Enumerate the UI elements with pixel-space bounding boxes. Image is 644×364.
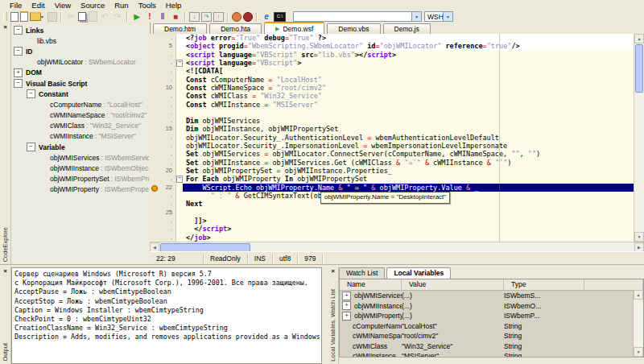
fold-margin[interactable] xyxy=(176,159,183,167)
fold-margin[interactable] xyxy=(176,42,183,50)
new-file-icon[interactable] xyxy=(10,12,19,22)
gutter-cell[interactable]: . xyxy=(150,67,176,75)
menu-edit[interactable]: Edit xyxy=(27,1,49,10)
vertical-splitter[interactable] xyxy=(322,267,328,364)
chevron-down-icon[interactable]: ▾ xyxy=(411,12,421,21)
gutter-cell[interactable]: . xyxy=(150,101,176,109)
tree-item-objwmiproperty[interactable]: objWMIProperty : ISWbemProperty xyxy=(11,184,149,195)
gutter-cell[interactable]: 25 xyxy=(150,209,176,217)
gutter-cell[interactable]: 5 xyxy=(150,42,176,50)
fold-margin[interactable] xyxy=(176,101,183,109)
engine-select[interactable]: WSH ▾ xyxy=(424,11,453,22)
scrollbar-thumb[interactable] xyxy=(635,44,643,93)
tree-item-cwmiclass[interactable]: cWMIClass : "Win32_Service" xyxy=(11,121,149,131)
fold-margin[interactable] xyxy=(176,134,183,142)
output-text[interactable]: Сервер сценариев Windows (Microsoft R) в… xyxy=(11,267,322,364)
fold-margin[interactable] xyxy=(176,125,183,133)
fold-margin[interactable] xyxy=(176,51,183,59)
browser-preview-icon[interactable]: e xyxy=(261,11,272,22)
copy-icon[interactable] xyxy=(78,12,86,21)
table-row[interactable]: cComputerName"LocalHost"String xyxy=(340,321,643,332)
tab-demo.hta[interactable]: Demo.hta xyxy=(209,23,262,34)
menu-source[interactable]: Source xyxy=(76,1,109,10)
new-from-template-icon[interactable] xyxy=(20,11,28,22)
column-header-value[interactable]: Value xyxy=(402,279,504,290)
code-editor[interactable]: .<?job error="True" debug="True" ?>5<obj… xyxy=(150,34,644,242)
open-file-icon[interactable] xyxy=(30,12,41,21)
gutter-cell[interactable]: 22 xyxy=(150,184,176,192)
expand-icon[interactable]: + xyxy=(342,292,351,300)
tree-item-variable[interactable]: −Variable xyxy=(11,142,149,152)
fold-margin[interactable] xyxy=(176,109,183,117)
fold-margin[interactable] xyxy=(176,225,183,233)
close-icon[interactable]: × xyxy=(1,267,10,276)
table-row[interactable]: cWMINameSpace"root/cimv2"String xyxy=(340,331,643,341)
tree-item-dom[interactable]: +DOM xyxy=(11,68,149,78)
fold-collapse-icon[interactable]: − xyxy=(176,176,183,183)
run-script-icon[interactable]: ▶ xyxy=(131,11,142,22)
tree-item-visual-basic-script[interactable]: −Visual Basic Script xyxy=(11,78,149,89)
fold-margin[interactable] xyxy=(176,167,183,175)
table-row[interactable]: cWMIClass"Win32_Service"String xyxy=(340,341,643,352)
fold-margin[interactable] xyxy=(176,200,183,208)
step-into-icon[interactable]: ↓ xyxy=(189,12,200,22)
tree-item-ccomputername[interactable]: cComputerName : "LocalHost" xyxy=(11,99,149,110)
step-over-icon[interactable]: ↷ xyxy=(201,12,212,22)
fold-margin[interactable] xyxy=(176,184,183,192)
tab-local-variables[interactable]: Local Variables xyxy=(386,267,451,279)
script-arguments-combo[interactable]: ▾ xyxy=(293,11,422,22)
console-window-icon[interactable]: C:\ xyxy=(274,12,286,22)
tree-item-links[interactable]: −Links xyxy=(11,25,149,35)
collapse-icon[interactable]: − xyxy=(14,47,23,56)
collapse-icon[interactable]: − xyxy=(14,26,23,35)
gutter-cell[interactable]: . xyxy=(150,76,176,84)
menu-help[interactable]: Help xyxy=(161,1,187,10)
fold-margin[interactable]: − xyxy=(176,175,183,183)
scroll-down-icon[interactable]: ▼ xyxy=(634,347,643,357)
gutter-cell[interactable]: . xyxy=(150,134,176,142)
fold-margin[interactable] xyxy=(176,76,183,84)
menu-run[interactable]: Run xyxy=(109,1,133,10)
menu-view[interactable]: View xyxy=(50,1,76,10)
fold-margin[interactable] xyxy=(176,217,183,225)
tree-item-lib.vbs[interactable]: lib.vbs xyxy=(11,35,149,46)
menu-file[interactable]: File xyxy=(5,1,27,10)
table-row[interactable]: +objWMIServices(...)ISWbemS... xyxy=(340,291,643,301)
tab-demo.vbs[interactable]: Demo.vbs xyxy=(327,23,380,34)
table-horizontal-scrollbar[interactable] xyxy=(339,357,644,364)
menu-tools[interactable]: Tools xyxy=(134,1,161,10)
gutter-cell[interactable]: . xyxy=(150,34,176,42)
breakpoint-hand-icon[interactable] xyxy=(232,12,242,22)
gutter-cell[interactable]: . xyxy=(150,92,176,100)
fold-margin[interactable] xyxy=(176,92,183,100)
scroll-up-icon[interactable]: ▲ xyxy=(634,34,644,43)
gutter-cell[interactable]: . xyxy=(150,51,176,59)
tree-item-cwmiinstance[interactable]: cWMIInstance : "MSIServer" xyxy=(11,131,149,142)
syntax-check-icon[interactable]: ! xyxy=(144,11,155,22)
tab-demo.js[interactable]: Demo.js xyxy=(383,23,431,34)
chevron-down-icon[interactable]: ▾ xyxy=(41,14,47,19)
editor-vertical-scrollbar[interactable]: ▲ ▼ xyxy=(634,34,644,242)
close-icon[interactable]: × xyxy=(1,23,10,32)
fold-margin[interactable]: − xyxy=(176,59,183,67)
gutter-cell[interactable]: 15 xyxy=(150,125,176,133)
toolbar-grip[interactable] xyxy=(3,12,7,21)
table-vertical-scrollbar[interactable]: ▲ ▼ xyxy=(633,290,643,357)
fold-margin[interactable] xyxy=(176,67,183,75)
column-header-type[interactable]: Type xyxy=(504,279,584,290)
gutter-cell[interactable]: . xyxy=(150,200,176,208)
fold-margin[interactable] xyxy=(176,142,183,150)
gutter-cell[interactable]: . xyxy=(150,225,176,233)
gutter-cell[interactable]: 10 xyxy=(150,84,176,92)
tree-item-id[interactable]: −ID xyxy=(11,46,149,56)
fold-margin[interactable] xyxy=(176,150,183,158)
chevron-down-icon[interactable]: ▾ xyxy=(443,12,452,21)
tab-demo.htm[interactable]: Demo.htm xyxy=(153,23,207,34)
gutter-cell[interactable]: . xyxy=(150,117,176,125)
pause-debug-icon[interactable]: ‖ xyxy=(157,11,168,22)
gutter-cell[interactable]: . xyxy=(150,142,176,150)
column-header-name[interactable]: Name xyxy=(340,279,402,290)
fold-collapse-icon[interactable]: − xyxy=(176,60,183,67)
table-row[interactable]: +objWMIProperty...(...)ISWbemP... xyxy=(340,311,643,321)
tree-item-cwminamespace[interactable]: cWMINameSpace : "root/cimv2" xyxy=(11,110,149,121)
